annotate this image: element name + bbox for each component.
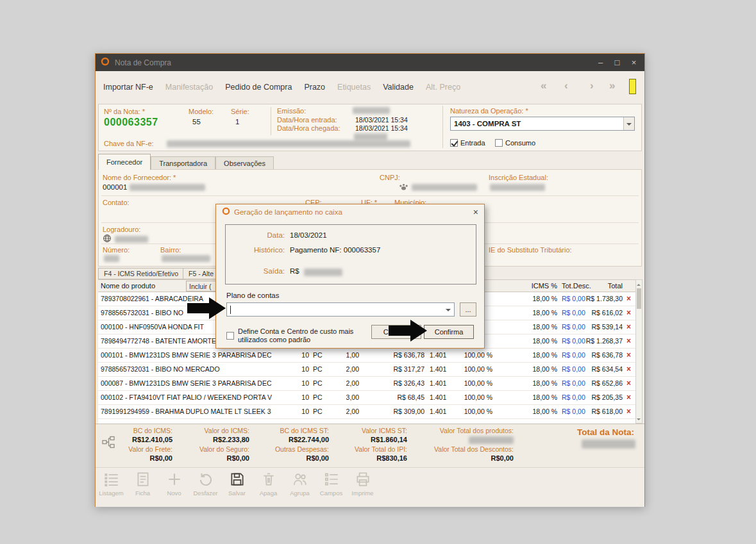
dialog-close-button[interactable]: ×: [473, 207, 478, 217]
nav-first-button[interactable]: «: [541, 79, 546, 92]
summary-value: R$12.410,05: [112, 436, 172, 443]
cell-name: 000102 - FTA9410VT FIAT PALIO / WEEKEND …: [101, 391, 293, 404]
scroll-up-button[interactable]: [636, 280, 642, 288]
define-padrao-checkbox[interactable]: Define Conta e Centro de custo mais util…: [226, 327, 377, 343]
toolbar-novo-button[interactable]: Novo: [158, 471, 190, 506]
cell-total: R$ 618,00: [579, 405, 623, 418]
entrada-checkbox-box[interactable]: [450, 139, 458, 147]
remove-row-button[interactable]: ×: [626, 334, 631, 348]
summary-field-valor-total-do-ipi: Valor Total do IPI:R$830,16: [343, 445, 407, 462]
historico-value: Pagamento NF: 000063357: [290, 246, 380, 254]
summary-field-bc-do-icms: BC do ICMS:R$12.410,05: [112, 427, 172, 443]
table-row-8[interactable]: 000102 - FTA9410VT FIAT PALIO / WEEKEND …: [98, 391, 635, 405]
scroll-down-button[interactable]: [636, 415, 642, 423]
entrada-checkbox[interactable]: Entrada: [450, 139, 485, 147]
tab-transportadora[interactable]: Transportadora: [151, 156, 215, 170]
table-scrollbar[interactable]: [635, 279, 643, 424]
scrollbar-thumb[interactable]: [637, 288, 641, 309]
remove-row-button[interactable]: ×: [626, 363, 631, 376]
menu-item-prazo[interactable]: Prazo: [304, 83, 325, 92]
tab-fornecedor[interactable]: Fornecedor: [98, 154, 151, 170]
checkbox-box[interactable]: [226, 332, 234, 340]
alert-indicator: [629, 79, 636, 94]
dropdown-arrow-icon[interactable]: [443, 303, 454, 316]
divider: [101, 195, 639, 196]
remove-row-button[interactable]: ×: [626, 391, 631, 404]
cell-icms: 18,00 %: [520, 363, 557, 376]
table-row-9[interactable]: 7891991294959 - BRAHMA DUPLO MALTE LT SL…: [98, 405, 635, 419]
checkbox-label-line1: Define Conta e Centro de custo mais: [238, 327, 353, 336]
menu-item-etiquetas[interactable]: Etiquetas: [337, 83, 371, 92]
plano-de-contas-select[interactable]: [226, 302, 455, 317]
menu-item-alt-pre-o[interactable]: Alt. Preço: [426, 83, 460, 92]
remove-row-button[interactable]: ×: [626, 377, 631, 390]
col-nome-do-produto[interactable]: Nome do produto: [101, 280, 155, 292]
summary-label: BC do ICMS ST:: [264, 427, 329, 434]
browse-plano-button[interactable]: ...: [460, 302, 476, 317]
cell-icms: 18,00 %: [520, 405, 557, 418]
col-icms[interactable]: ICMS %: [520, 280, 557, 292]
col-total[interactable]: Total: [579, 280, 623, 292]
nav-previous-button[interactable]: ‹: [564, 79, 568, 92]
cell-pct: 100,00 %: [455, 377, 492, 390]
people-icon: [292, 471, 308, 488]
toolbar-campos-button[interactable]: Campos: [315, 471, 347, 506]
historico-label: Histórico:: [226, 246, 285, 254]
menu-item-validade[interactable]: Validade: [383, 83, 414, 92]
redacted-numero: [104, 255, 119, 262]
close-button[interactable]: ×: [628, 58, 639, 67]
toolbar-listagem-button[interactable]: Listagem: [96, 471, 127, 506]
desktop: Nota de Compra – □ × Importar NF-eManife…: [0, 0, 756, 544]
consumo-checkbox-box[interactable]: [495, 139, 503, 147]
toolbar-label: Salvar: [228, 490, 246, 497]
nav-last-button[interactable]: »: [609, 79, 615, 92]
cell-un1: 10: [298, 349, 309, 362]
dialog-title-bar[interactable]: Geração de lançamento no caixa ×: [216, 204, 484, 220]
remove-row-button[interactable]: ×: [626, 306, 631, 320]
remove-row-button[interactable]: ×: [626, 320, 631, 334]
menu-item-pedido-de-compra[interactable]: Pedido de Compra: [225, 83, 292, 92]
toolbar-label: Desfazer: [193, 490, 217, 497]
table-row-5[interactable]: 000101 - BMW1231DS BMW SERIE 3 PARABRISA…: [98, 349, 635, 363]
natureza-operacao-select[interactable]: 1403 - COMPRA ST: [450, 117, 635, 131]
menu-item-importar-nf-e[interactable]: Importar NF-e: [103, 83, 153, 92]
toolbar-label: Imprime: [351, 490, 373, 497]
data-value: 18/03/2021: [290, 231, 327, 239]
consumo-checkbox[interactable]: Consumo: [495, 139, 535, 147]
minimize-button[interactable]: –: [595, 58, 606, 67]
summary-field-bc-do-icms-st: BC do ICMS ST:R$22.744,00: [264, 427, 329, 443]
toolbar-agrupa-button[interactable]: Agrupa: [284, 471, 315, 506]
remove-row-button[interactable]: ×: [626, 292, 631, 306]
toolbar-salvar-button[interactable]: Salvar: [221, 471, 253, 506]
table-row-10[interactable]: [98, 419, 635, 424]
nav-next-button[interactable]: ›: [590, 79, 594, 92]
remove-row-button[interactable]: ×: [626, 349, 631, 362]
maximize-button[interactable]: □: [612, 58, 623, 67]
table-row-6[interactable]: 9788565732031 - BIBO NO MERCADO10PC2,00R…: [98, 363, 635, 377]
f4-icms-retido-button[interactable]: F4 - ICMS Retido/Efetivo: [98, 268, 184, 279]
confirma-button[interactable]: Confirma: [424, 325, 474, 339]
modelo-value: 55: [192, 118, 201, 126]
list-icon: [103, 471, 120, 488]
app-logo-icon: [101, 57, 110, 69]
menu-item-manifesta-o[interactable]: Manifestação: [165, 83, 213, 92]
tab-observa-es[interactable]: Observações: [215, 156, 274, 170]
title-bar[interactable]: Nota de Compra – □ ×: [96, 54, 644, 71]
remove-row-button[interactable]: ×: [626, 405, 631, 418]
emissao-label: Emissão:: [277, 107, 306, 115]
toolbar-ficha-button[interactable]: Ficha: [127, 471, 158, 506]
toolbar-apaga-button[interactable]: Apaga: [253, 471, 284, 506]
dropdown-arrow-icon[interactable]: [623, 117, 634, 130]
summary-label: Valor do ICMS:: [187, 427, 249, 434]
entrada-checkbox-label: Entrada: [460, 139, 485, 147]
annotation-arrow-confirma: [389, 318, 428, 343]
table-row-7[interactable]: 000087 - BMW1231DS BMW SERIE 3 PARABRISA…: [98, 377, 635, 391]
toolbar-desfazer-button[interactable]: Desfazer: [190, 471, 221, 506]
cell-total: R$ 205,35: [579, 391, 623, 404]
toolbar-label: Campos: [320, 490, 342, 497]
summary-field-valor-total-dos-produtos: Valor Total dos produtos:: [416, 427, 514, 444]
toolbar-imprime-button[interactable]: Imprime: [347, 471, 378, 506]
cell-total: R$ 616,02: [579, 306, 623, 320]
cell-icms: 18,00 %: [520, 349, 557, 362]
cell-total: R$ 1.738,30: [579, 292, 623, 306]
